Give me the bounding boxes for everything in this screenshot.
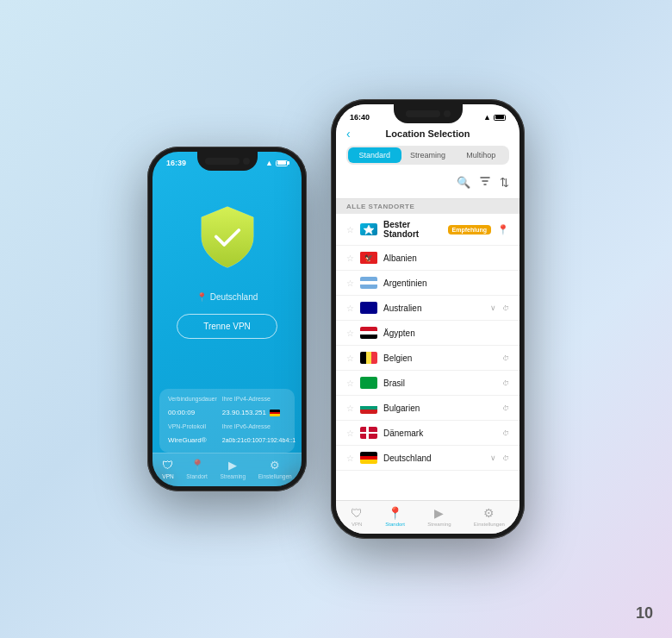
list-item-bulgarien[interactable]: ☆ Bulgarien ⏱: [336, 396, 520, 421]
country-australien: Australien: [383, 303, 484, 313]
list-item-best[interactable]: ☆ Bester Standort Empfehlung 📍: [336, 214, 520, 246]
title-row: ‹ Location Selection: [346, 128, 509, 139]
load-icon-de: ⏱: [502, 454, 509, 462]
list-item-brasil[interactable]: ☆ Brasil ⏱: [336, 371, 520, 396]
protocol-value: WireGuard®: [168, 436, 207, 444]
list-item-aegypten[interactable]: ☆ Ägypten: [336, 321, 520, 346]
list-item-albanien[interactable]: ☆ 🦅 Albanien: [336, 246, 520, 271]
nav-vpn[interactable]: 🛡 VPN: [162, 459, 173, 479]
list-item-argentinien[interactable]: ☆ Argentinien: [336, 271, 520, 296]
nav2-standort[interactable]: 📍 Standort: [385, 506, 405, 527]
best-location-name: Bester Standort: [383, 220, 442, 239]
nav-settings-label: Einstellungen: [258, 473, 292, 479]
protocol-label: VPN-Protokoll: [168, 423, 217, 429]
location-pin-icon: 📍: [196, 292, 207, 302]
stat-protocol: VPN-Protokoll WireGuard®: [168, 423, 217, 446]
star-icon-best[interactable]: ☆: [346, 225, 354, 235]
flag-best: [360, 223, 377, 235]
battery-icon-2: [494, 115, 506, 121]
load-icon-dk: ⏱: [502, 429, 509, 437]
ipv6-label: Ihre IPv6-Adresse: [222, 423, 296, 429]
load-icon-br: ⏱: [502, 379, 509, 387]
location-screen-title: Location Selection: [386, 128, 470, 139]
settings-nav-icon: ⚙: [270, 459, 280, 472]
recommendation-badge: Empfehlung: [448, 225, 491, 235]
duration-label: Verbindungsdauer: [168, 396, 217, 402]
shield-container: [193, 203, 262, 275]
bottom-nav-1: 🛡 VPN 📍 Standort ▶ Streaming ⚙ Einstellu…: [152, 453, 302, 486]
flag-au: [360, 302, 377, 314]
list-item-daenemark[interactable]: ☆ Dänemark ⏱: [336, 421, 520, 446]
location-header: ‹ Location Selection Standard Streaming …: [336, 123, 520, 199]
search-icon[interactable]: 🔍: [457, 176, 470, 189]
notch-pill: [205, 158, 240, 165]
flag-eg: [360, 327, 377, 339]
camera-dot2: [444, 110, 451, 117]
country-belgien: Belgien: [383, 353, 496, 363]
pin-icon-best: 📍: [497, 224, 509, 235]
nav-standort[interactable]: 📍 Standort: [186, 459, 208, 479]
shield-icon: [193, 203, 262, 272]
vpn-stats-panel: Verbindungsdauer 00:00:09 Ihre IPv4-Adre…: [159, 389, 295, 453]
stat-duration: Verbindungsdauer 00:00:09: [168, 396, 217, 418]
ipv4-label: Ihre IPv4-Adresse: [222, 396, 296, 402]
shield-nav-icon: 🛡: [162, 459, 173, 472]
flag-ar: [360, 277, 377, 289]
duration-value: 00:00:09: [168, 409, 195, 416]
flag-bg: [360, 402, 377, 414]
phone1: 16:39 ▲: [147, 147, 307, 491]
notch-pill2: [406, 110, 440, 117]
back-button[interactable]: ‹: [346, 127, 351, 141]
country-deutschland: Deutschland: [383, 453, 484, 463]
camera-dot: [243, 158, 250, 165]
watermark: 10: [636, 604, 653, 622]
nav-einstellungen[interactable]: ⚙ Einstellungen: [258, 459, 292, 479]
star-icon-ar[interactable]: ☆: [346, 278, 354, 288]
expand-australien[interactable]: ∨: [490, 303, 496, 312]
expand-deutschland[interactable]: ∨: [490, 453, 496, 462]
location-tabs: Standard Streaming Multihop: [346, 146, 509, 165]
vpn-content: 📍 Deutschland Trenne VPN: [152, 152, 302, 389]
battery-icon: [276, 160, 288, 166]
list-item-belgien[interactable]: ☆ Belgien ⏱: [336, 346, 520, 371]
nav2-streaming[interactable]: ▶ Streaming: [427, 506, 451, 527]
tab-streaming[interactable]: Streaming: [401, 147, 455, 163]
filter-icon[interactable]: [479, 175, 491, 190]
flag-be: [360, 352, 377, 364]
star-icon-dk[interactable]: ☆: [346, 428, 354, 438]
star-icon-bg[interactable]: ☆: [346, 403, 354, 413]
location-list: ☆ Bester Standort Empfehlung 📍 ☆ 🦅 Alb: [336, 214, 520, 500]
nav2-vpn-label: VPN: [352, 522, 362, 527]
nav2-vpn[interactable]: 🛡 VPN: [351, 506, 363, 527]
vpn-screen: 16:39 ▲: [152, 152, 302, 486]
nav-streaming-label: Streaming: [220, 473, 246, 479]
settings-nav-icon-2: ⚙: [483, 506, 495, 520]
search-row: 🔍 ⇅: [346, 172, 509, 191]
sort-icon[interactable]: ⇅: [500, 176, 509, 189]
nav2-einstellungen[interactable]: ⚙ Einstellungen: [474, 506, 505, 527]
nav2-settings-label: Einstellungen: [474, 522, 505, 527]
list-item-australien[interactable]: ☆ Australien ∨ ⏱: [336, 296, 520, 321]
list-item-deutschland[interactable]: ☆ Deutschland ∨ ⏱: [336, 446, 520, 471]
nav-streaming[interactable]: ▶ Streaming: [220, 459, 246, 479]
country-argentinien: Argentinien: [383, 278, 509, 288]
load-icon-be: ⏱: [502, 354, 509, 362]
star-icon-de[interactable]: ☆: [346, 453, 354, 463]
star-icon-br[interactable]: ☆: [346, 378, 354, 388]
star-icon-eg[interactable]: ☆: [346, 328, 354, 338]
flag-al: 🦅: [360, 252, 377, 264]
location-nav-icon: 📍: [190, 459, 204, 472]
star-icon-au[interactable]: ☆: [346, 303, 354, 313]
star-icon-al[interactable]: ☆: [346, 253, 354, 263]
location-display: 📍 Deutschland: [196, 292, 258, 302]
tab-standard[interactable]: Standard: [348, 147, 401, 163]
star-icon-be[interactable]: ☆: [346, 353, 354, 363]
streaming-nav-icon: ▶: [228, 459, 237, 472]
tab-multihop[interactable]: Multihop: [454, 147, 507, 163]
time-display-2: 16:40: [350, 113, 370, 122]
stat-ipv4: Ihre IPv4-Adresse 23.90.153.251: [222, 396, 296, 418]
disconnect-button[interactable]: Trenne VPN: [177, 314, 277, 339]
flag-dk: [360, 427, 377, 439]
nav-vpn-label: VPN: [162, 473, 173, 479]
location-name: Deutschland: [210, 292, 258, 302]
